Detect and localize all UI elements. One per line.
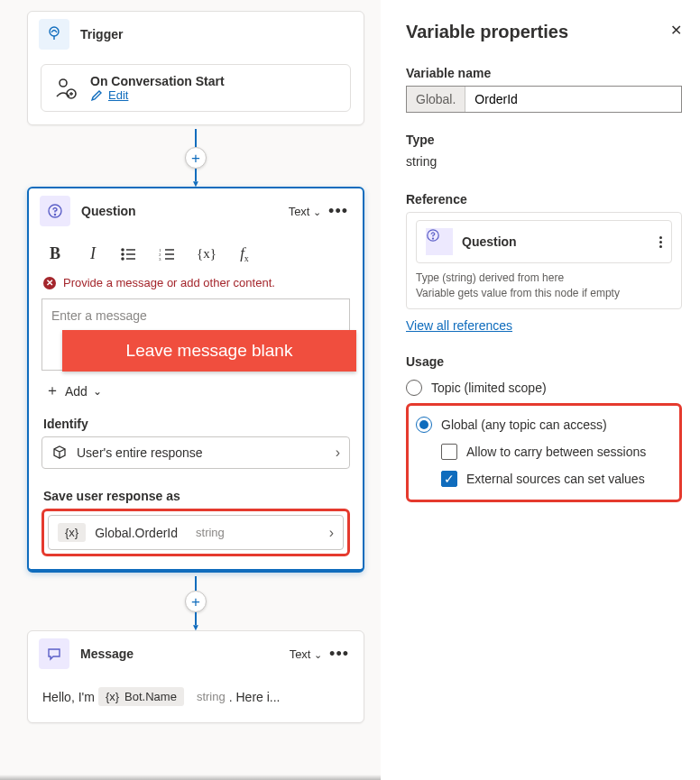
usage-external-checkbox[interactable]: ✓ External sources can set values	[416, 465, 672, 492]
usage-carry-checkbox[interactable]: Allow to carry between sessions	[416, 438, 672, 465]
usage-global-radio[interactable]: Global (any topic can access)	[416, 411, 672, 438]
reference-description: Type (string) derived from here Variable…	[416, 271, 672, 301]
connector: + ▼	[27, 576, 364, 630]
question-icon	[426, 228, 453, 255]
svg-point-7	[122, 258, 124, 260]
question-icon	[40, 196, 70, 226]
conversation-start-icon	[54, 77, 78, 100]
svg-point-6	[122, 253, 124, 255]
insert-variable-button[interactable]: {x}	[197, 246, 216, 262]
number-list-button[interactable]: 123	[159, 248, 179, 261]
error-icon: ✕	[43, 277, 56, 289]
trigger-card[interactable]: Trigger On Conversation Start Edit	[27, 11, 364, 125]
entity-icon	[51, 445, 68, 461]
trigger-edit-link[interactable]: Edit	[90, 88, 225, 102]
checkbox-icon	[441, 444, 457, 460]
chevron-right-icon: ›	[336, 445, 340, 461]
svg-point-4	[54, 214, 55, 215]
usage-topic-radio[interactable]: Topic (limited scope)	[406, 374, 682, 401]
svg-point-1	[60, 79, 67, 87]
usage-global-highlight: Global (any topic can access) Allow to c…	[406, 403, 682, 502]
variable-name-input[interactable]: Global.	[406, 86, 682, 113]
save-response-label: Save user response as	[41, 485, 350, 509]
save-response-highlight: {x} Global.OrderId string ›	[41, 509, 350, 556]
annotation-callout: Leave message blank	[62, 330, 356, 372]
variable-chip: {x}	[58, 523, 86, 542]
question-card[interactable]: Question Text ⌄ ••• B I 123 {x} fx ✕	[27, 187, 364, 573]
radio-icon	[416, 417, 432, 433]
authoring-canvas: Trigger On Conversation Start Edit +	[0, 0, 381, 780]
svg-point-0	[50, 27, 59, 36]
trigger-sub-title: On Conversation Start	[90, 74, 225, 88]
variable-scope-prefix: Global.	[407, 87, 465, 112]
checkbox-icon: ✓	[441, 471, 457, 487]
pencil-icon	[90, 89, 103, 102]
variable-name-field[interactable]	[465, 87, 681, 112]
chevron-right-icon: ›	[329, 525, 334, 541]
usage-label: Usage	[406, 354, 682, 369]
view-all-references-link[interactable]: View all references	[406, 318, 512, 333]
trigger-icon	[39, 19, 69, 50]
variable-name-label: Variable name	[406, 66, 682, 80]
question-type-selector[interactable]: Text ⌄	[289, 205, 321, 218]
panel-title: Variable properties	[406, 22, 568, 42]
reference-node-link[interactable]: Question	[416, 220, 672, 263]
add-node-button[interactable]: +	[185, 591, 207, 612]
bold-button[interactable]: B	[45, 244, 65, 263]
svg-text:3: 3	[159, 257, 161, 261]
reference-more[interactable]	[659, 236, 662, 248]
formula-button[interactable]: fx	[235, 244, 254, 263]
trigger-subcard[interactable]: On Conversation Start Edit	[41, 64, 351, 112]
question-more[interactable]: •••	[325, 202, 352, 221]
identify-label: Identify	[41, 413, 350, 436]
save-response-selector[interactable]: {x} Global.OrderId string ›	[48, 515, 344, 550]
reference-label: Reference	[406, 192, 682, 206]
svg-point-12	[432, 238, 433, 239]
connector: + ▼	[27, 129, 364, 187]
bullet-list-button[interactable]	[121, 248, 141, 261]
radio-icon	[406, 380, 422, 396]
add-menu[interactable]: ＋ Add ⌄	[41, 371, 350, 413]
question-title: Question	[81, 204, 289, 218]
identify-selector[interactable]: User's entire response ›	[41, 436, 350, 469]
message-type-selector[interactable]: Text ⌄	[290, 647, 322, 661]
message-more[interactable]: •••	[326, 645, 353, 664]
message-card[interactable]: Message Text ⌄ ••• Hello, I'm {x}Bot.Nam…	[27, 630, 364, 723]
variable-properties-panel: Variable properties ✕ Variable name Glob…	[381, 0, 700, 780]
message-input[interactable]: Enter a message Leave message blank	[41, 298, 350, 371]
svg-point-5	[122, 249, 124, 251]
close-button[interactable]: ✕	[670, 22, 682, 39]
message-content[interactable]: Hello, I'm {x}Bot.Name string . Here i..…	[41, 684, 351, 710]
message-title: Message	[80, 647, 290, 661]
italic-button[interactable]: I	[83, 244, 103, 263]
message-icon	[39, 638, 69, 669]
validation-error: ✕ Provide a message or add other content…	[41, 274, 350, 298]
trigger-title: Trigger	[80, 27, 353, 41]
type-label: Type	[406, 133, 682, 147]
bot-name-variable: {x}Bot.Name	[98, 687, 184, 706]
rich-text-toolbar: B I 123 {x} fx	[41, 241, 350, 274]
reference-card: Question Type (string) derived from here…	[406, 212, 682, 309]
add-node-button[interactable]: +	[185, 147, 207, 169]
type-value: string	[406, 152, 682, 172]
